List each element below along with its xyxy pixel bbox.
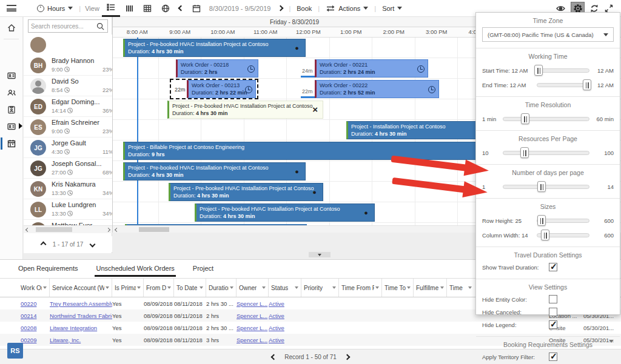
map-view-button[interactable] (156, 0, 175, 17)
slider-track[interactable] (503, 117, 589, 121)
filter-caret-icon[interactable] (137, 286, 141, 289)
slider-thumb[interactable] (541, 230, 549, 240)
filter-caret-icon[interactable] (230, 286, 233, 289)
user-avatar-badge[interactable]: RS (7, 343, 23, 359)
resource-search-box[interactable] (28, 19, 108, 33)
resource-h-scrollbar[interactable] (24, 225, 112, 233)
days-per-page-slider[interactable] (503, 181, 589, 192)
table-column-header[interactable]: Time To (382, 279, 414, 297)
filter-caret-icon[interactable] (332, 286, 336, 289)
time-resolution-slider[interactable] (503, 113, 589, 124)
slider-thumb[interactable] (534, 65, 543, 76)
resource-row[interactable]: LL Luke Lundgren 13:30 34% (24, 199, 112, 220)
slider-thumb[interactable] (521, 113, 529, 124)
column-width-slider[interactable] (537, 230, 589, 240)
list-view-button[interactable] (102, 0, 120, 17)
schedule-bar[interactable]: Duration: 22m (172, 80, 187, 98)
table-column-header[interactable]: From Da (144, 279, 174, 297)
filter-caret-icon[interactable] (440, 286, 444, 289)
filter-caret-icon[interactable] (167, 286, 171, 289)
slider-track[interactable] (503, 185, 589, 189)
schedule-bar[interactable]: Work Order - 00218 Duration: 2 hrs (176, 59, 258, 78)
status-link[interactable]: Active (269, 337, 301, 343)
status-link[interactable]: Active (269, 325, 301, 331)
service-account-link[interactable]: Litware Integration (50, 325, 112, 331)
hamburger-menu-button[interactable] (0, 0, 23, 17)
resource-row[interactable]: David So 8:54 22% (24, 76, 112, 96)
filter-caret-icon[interactable] (407, 286, 411, 289)
book-button[interactable]: Book (292, 0, 316, 17)
nav-schedule-board[interactable] (0, 135, 23, 152)
hide-canceled-checkbox[interactable] (549, 308, 557, 316)
filter-caret-icon[interactable] (200, 286, 203, 289)
previous-records-icon[interactable] (271, 354, 277, 360)
resource-row[interactable]: ES Efrain Schreiner 9:00 23% (24, 117, 112, 137)
resource-row[interactable]: ME Matthew Ever... 9:00 23% (24, 220, 112, 225)
work-order-link[interactable]: 00208 (21, 325, 50, 331)
schedule-bar[interactable]: Project - Installation Project at Contos… (346, 121, 476, 139)
cancel-x-icon[interactable]: × (312, 104, 318, 114)
filter-caret-icon[interactable] (106, 286, 109, 289)
calendar-picker-button[interactable] (187, 0, 206, 17)
bottom-tab[interactable]: Open Requirements (17, 261, 79, 277)
filter-caret-icon[interactable] (43, 286, 47, 289)
table-column-header[interactable]: Status (269, 279, 301, 297)
schedule-bar[interactable]: Project - Pre-booked HVAC Installation P… (123, 162, 306, 180)
resource-row[interactable]: JG Joseph Gonsal... 27:00 68% (24, 158, 112, 179)
schedule-bar[interactable]: Work Order - 00221 Duration: 2 hrs 24 mi… (315, 59, 428, 78)
nav-resource-requirements[interactable] (0, 67, 23, 84)
resource-row[interactable]: ED Edgar Doming... 14:14 36% (24, 96, 112, 117)
row-height-slider[interactable] (537, 215, 589, 226)
filter-caret-icon[interactable] (468, 286, 472, 289)
scrollbar-thumb[interactable] (139, 227, 169, 232)
slider-thumb[interactable] (520, 147, 529, 158)
schedule-bar[interactable]: Project - Pre-booked HVAC Installation P… (167, 101, 323, 119)
table-column-header[interactable]: Is Primar (112, 279, 144, 297)
service-account-link[interactable]: Trey Research Assembly (50, 300, 112, 307)
resource-row-partial[interactable] (24, 35, 112, 55)
work-order-link[interactable]: 00214 (21, 313, 50, 319)
slider-track[interactable] (503, 151, 589, 155)
resource-row[interactable]: JG Jorge Gault 4:30 11% (24, 137, 112, 158)
status-link[interactable]: Active (269, 300, 301, 307)
owner-link[interactable]: Spencer L... (237, 337, 269, 343)
table-column-header[interactable]: To Date (174, 279, 206, 297)
schedule-bar[interactable]: Work Order - 00222 Duration: 2 hrs 52 mi… (315, 80, 439, 98)
table-column-header[interactable]: Owner (237, 279, 269, 297)
status-link[interactable]: Active (269, 313, 301, 319)
table-column-header[interactable]: Duration (206, 279, 237, 297)
schedule-bar[interactable]: Project - Pre-booked HVAC Installation P… (195, 204, 375, 222)
schedule-bar[interactable]: Duration: 22m (301, 80, 315, 98)
slider-thumb[interactable] (537, 215, 546, 226)
table-column-header[interactable]: Time (447, 279, 474, 297)
slider-track[interactable] (537, 83, 589, 87)
page-up-icon[interactable] (40, 241, 46, 247)
nav-home[interactable] (0, 19, 23, 36)
columns-view-button[interactable] (120, 0, 138, 17)
start-time-slider[interactable] (537, 65, 589, 76)
nav-bookings[interactable] (0, 101, 23, 118)
sort-dropdown[interactable]: Sort (378, 0, 406, 17)
search-input[interactable] (29, 23, 96, 30)
hours-scale-dropdown[interactable]: Hours (32, 0, 77, 17)
nav-resources[interactable] (0, 84, 23, 101)
table-column-header[interactable]: Priority (301, 279, 339, 297)
work-order-link[interactable]: 00209 (21, 337, 50, 343)
date-range-label[interactable]: 8/30/2019 - 9/5/2019 (206, 5, 275, 12)
service-account-link[interactable]: Northwind Traders Fabric... (50, 313, 112, 319)
schedule-bar[interactable]: Project - Pre-booked HVAC Installation P… (169, 183, 323, 201)
actions-dropdown[interactable]: Actions (321, 0, 372, 17)
filter-caret-icon[interactable] (295, 286, 298, 289)
service-account-link[interactable]: Litware, Inc. (50, 337, 112, 343)
owner-link[interactable]: Spencer L... (237, 325, 269, 331)
collapse-bottom-panel-button[interactable] (309, 252, 331, 257)
page-down-icon[interactable] (90, 241, 96, 247)
resources-per-page-slider[interactable] (503, 147, 589, 158)
owner-link[interactable]: Spencer L... (237, 313, 269, 319)
next-period-button[interactable] (274, 0, 287, 17)
schedule-bar[interactable]: Project - Billable Project at Contoso En… (123, 142, 476, 160)
slider-track[interactable] (537, 68, 589, 73)
hide-legend-checkbox[interactable] (549, 320, 557, 329)
apply-territory-filter-checkbox[interactable] (549, 352, 557, 361)
end-time-slider[interactable] (537, 79, 589, 90)
